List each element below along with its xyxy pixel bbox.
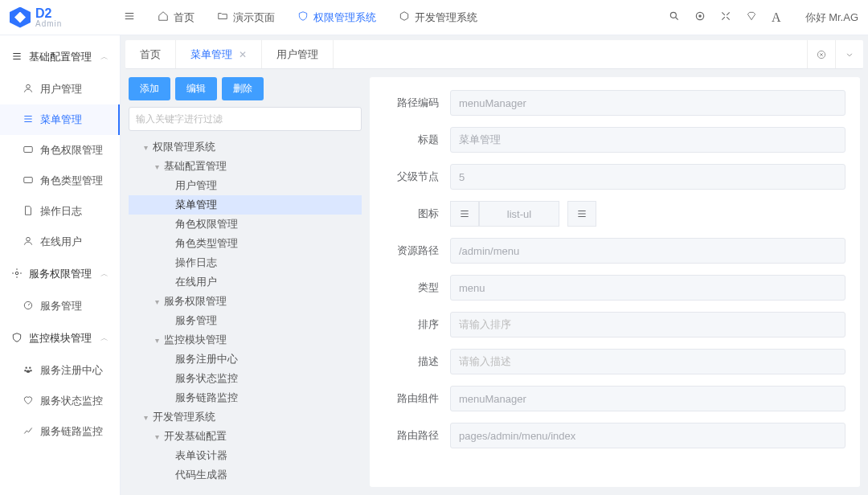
tree-node[interactable]: 菜单管理 [129,195,362,215]
id-icon [23,174,34,188]
icon-label: 图标 [384,207,450,221]
tree-node[interactable]: 在线用户 [129,272,362,292]
tree-node[interactable]: 角色权限管理 [129,215,362,234]
order-label: 排序 [384,317,450,332]
sidebar-item-label: 服务链路监控 [40,424,103,439]
sidebar-group[interactable]: 基础配置管理︿ [0,40,120,74]
home-icon [158,10,169,24]
tree-node-label: 监控模块管理 [162,333,227,347]
hello-text[interactable]: 你好 Mr.AG [805,10,858,25]
menu-toggle-icon[interactable] [124,10,135,24]
sidebar-item[interactable]: 服务链路监控 [0,416,120,447]
folder-icon [217,10,228,24]
icon-prefix-icon[interactable] [450,201,479,227]
tree-node[interactable]: 操作日志 [129,253,362,272]
tree-node[interactable]: 服务状态监控 [129,369,362,388]
tree-node[interactable]: ▾开发基础配置 [129,427,362,446]
svg-point-12 [30,370,31,371]
tab-label: 菜单管理 [190,47,232,62]
caret-icon: ▾ [151,432,162,441]
caret-icon: ▾ [140,413,151,422]
type-label: 类型 [384,280,450,295]
add-button[interactable]: 添加 [129,77,170,100]
tab-close-all-icon[interactable] [807,40,835,68]
tree-node[interactable]: ▾基础配置管理 [129,157,362,176]
sidebar-item[interactable]: 操作日志 [0,196,120,227]
order-input[interactable]: 请输入排序 [450,312,845,338]
delete-button[interactable]: 删除 [222,77,264,100]
tree-node[interactable]: ▾开发管理系统 [129,407,362,427]
sidebar: 基础配置管理︿用户管理菜单管理角色权限管理角色类型管理操作日志在线用户服务权限管… [0,35,121,495]
sidebar-item-label: 用户管理 [40,82,82,96]
svg-point-0 [670,12,676,18]
logo[interactable]: D2 Admin [10,7,113,28]
tab[interactable]: 首页 [125,40,176,68]
filter-input[interactable] [129,107,362,131]
sidebar-item[interactable]: 服务状态监控 [0,386,120,416]
tree-node[interactable]: 角色类型管理 [129,234,362,253]
sidebar-group[interactable]: 服务权限管理︿ [0,257,120,291]
tree-node-label: 开发基础配置 [162,429,227,444]
tree-node[interactable]: 服务链路监控 [129,388,362,407]
desc-input[interactable]: 请输入描述 [450,349,845,374]
sidebar-item[interactable]: 服务管理 [0,291,120,321]
sidebar-item[interactable]: 在线用户 [0,227,120,257]
diamond-icon[interactable] [746,10,757,24]
icon-value: list-ul [479,201,559,227]
tree-node[interactable]: ▾服务权限管理 [129,292,362,311]
tree-node-label: 代码生成器 [174,468,227,482]
chart-icon [23,425,34,439]
tree-node[interactable]: 用户管理 [129,176,362,195]
topnav-item[interactable]: 首页 [146,0,206,35]
tab-dropdown-icon[interactable] [835,40,863,68]
res-path-input[interactable]: /admin/menu [450,238,845,264]
tree-node[interactable]: ▾权限管理系统 [129,137,362,157]
sidebar-item-label: 角色权限管理 [40,143,103,158]
path-code-input[interactable]: menuManager [450,90,845,116]
target-icon[interactable] [694,10,706,24]
search-icon[interactable] [669,10,680,24]
svg-point-9 [26,366,27,368]
title-input[interactable]: 菜单管理 [450,127,845,153]
tree-node[interactable]: 代码生成器 [129,465,362,485]
tree-node[interactable]: 表单设计器 [129,446,362,465]
topnav-label: 首页 [174,10,194,25]
fullscreen-icon[interactable] [720,10,731,24]
topnav-item[interactable]: 演示页面 [206,0,286,35]
svg-point-7 [15,272,18,275]
sidebar-item[interactable]: 用户管理 [0,74,120,104]
parent-input[interactable]: 5 [450,164,845,190]
icon-suffix-icon[interactable] [567,201,596,227]
list-icon [11,51,23,64]
sidebar-item-label: 在线用户 [40,235,82,249]
route-comp-input[interactable]: menuManager [450,386,845,411]
tree-node[interactable]: ▾监控模块管理 [129,330,362,350]
icon-picker[interactable]: list-ul [450,201,596,227]
topnav-item[interactable]: 权限管理系统 [286,0,387,35]
edit-button[interactable]: 编辑 [175,77,217,100]
tree-node-label: 开发管理系统 [151,410,215,424]
sidebar-group-label: 基础配置管理 [29,50,92,64]
tree-node-label: 在线用户 [174,275,217,289]
sidebar-item[interactable]: 菜单管理 [0,104,120,135]
topnav-item[interactable]: 开发管理系统 [387,0,489,35]
type-select[interactable]: menu [450,275,845,301]
tab[interactable]: 用户管理 [262,40,334,68]
sidebar-item[interactable]: 角色类型管理 [0,166,120,196]
tree-node[interactable]: 服务管理 [129,311,362,330]
sidebar-group[interactable]: 监控模块管理︿ [0,321,120,355]
form-panel: 路径编码menuManager 标题菜单管理 父级节点5 图标 list-ul … [370,77,860,487]
tab-label: 用户管理 [276,47,318,62]
font-icon[interactable]: A [772,10,781,25]
tab[interactable]: 菜单管理✕ [176,40,262,68]
route-comp-label: 路由组件 [384,391,450,406]
topnav-label: 开发管理系统 [415,10,477,25]
close-icon[interactable]: ✕ [239,49,247,60]
tree-node[interactable]: 服务注册中心 [129,350,362,369]
topnav: 首页演示页面权限管理系统开发管理系统 [146,0,489,35]
route-path-input[interactable]: pages/admin/menu/index [450,423,845,448]
sidebar-item[interactable]: 角色权限管理 [0,135,120,166]
sidebar-item[interactable]: 服务注册中心 [0,355,120,386]
svg-point-3 [27,84,31,88]
shield-icon [11,332,23,346]
